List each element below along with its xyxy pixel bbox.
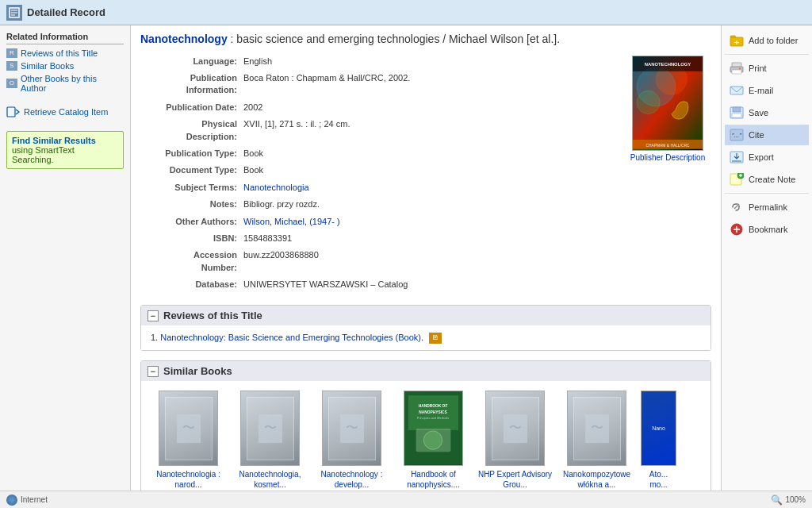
other-books-icon: O — [6, 79, 17, 88]
content-area: Nanotechnology : basic science and emerg… — [131, 25, 721, 491]
find-similar-box[interactable]: Find Similar Results using SmartText Sea… — [6, 131, 124, 169]
other-authors-link[interactable]: Wilson, Michael, (1947- ) — [243, 217, 340, 226]
similar-books-header[interactable]: − Similar Books — [141, 361, 710, 381]
find-similar-subtitle: using SmartText Searching. — [12, 145, 118, 164]
value-other-authors: Wilson, Michael, (1947- ) — [243, 216, 340, 228]
similar-books-title: Similar Books — [163, 365, 232, 377]
left-sidebar: Related Information R Reviews of this Ti… — [0, 25, 131, 491]
sidebar-section-title: Related Information — [6, 32, 124, 44]
value-database: UNIWERSYTET WARSZAWSKI – Catalog — [243, 279, 408, 291]
label-pub-date: Publication Date: — [140, 102, 243, 114]
similar-book-2[interactable]: 〜 Nanotechnologia, kosmet... 🖹 i — [232, 391, 308, 491]
sidebar-link-reviews[interactable]: R Reviews of this Title — [6, 48, 124, 58]
save-label: Save — [749, 108, 768, 117]
svg-text:"...": "..." — [732, 132, 743, 139]
cite-btn[interactable]: "..." Cite — [725, 125, 809, 145]
add-to-folder-btn[interactable]: Add to folder — [725, 30, 809, 51]
right-sidebar: Add to folder Print E-mail — [721, 25, 812, 491]
find-similar-title: Find Similar Results — [12, 136, 118, 145]
similar-book-title-4: Handbook of nanophysics.... — [396, 469, 471, 490]
detail-row-physical: PhysicalDescription: XVII, [1], 271 s. :… — [140, 118, 615, 143]
similar-book-4[interactable]: HANDBOOK OF NANOPHYSICS Principles and M… — [396, 391, 471, 491]
topbar-icon — [6, 5, 22, 21]
svg-text:NANOTECHNOLOGY: NANOTECHNOLOGY — [645, 62, 691, 67]
sidebar-link-other-label: Other Books by this Author — [21, 74, 124, 93]
zoom-level: 100% — [785, 495, 806, 504]
detail-row-subject: Subject Terms: Nanotechnologia — [140, 182, 615, 194]
detail-row-notes: Notes: Bibliogr. przy rozdz. — [140, 198, 615, 210]
save-btn[interactable]: Save — [725, 102, 809, 123]
internet-label: Internet — [21, 495, 48, 504]
svg-point-26 — [739, 68, 741, 70]
similar-book-5[interactable]: 〜 NHP Expert Advisory Grou... 🖹 — [477, 391, 553, 491]
cover-svg: NANOTECHNOLOGY CHAPMAM & HALL/CRC — [633, 56, 703, 150]
folder-icon — [729, 33, 745, 48]
reviews-icon: R — [6, 48, 17, 58]
similar-book-1[interactable]: 〜 Nanotechnologia : narod... 🖹 i — [151, 391, 226, 491]
retrieve-catalog-btn[interactable]: Retrieve Catalog Item — [6, 106, 124, 118]
reviews-header[interactable]: − Reviews of this Title — [141, 306, 710, 325]
email-btn[interactable]: E-mail — [725, 80, 809, 101]
create-note-icon — [729, 172, 745, 187]
status-bar: Internet 🔍 100% — [0, 491, 812, 508]
permalink-icon — [729, 200, 745, 214]
publisher-desc-link[interactable]: Publisher Description — [630, 153, 706, 162]
similar-book-title-1: Nanotechnologia : narod... — [151, 469, 226, 490]
similar-book-cover-2: 〜 — [240, 391, 300, 466]
similar-book-title-2: Nanotechnologia, kosmet... — [232, 469, 308, 490]
bookmark-icon — [729, 222, 745, 237]
similar-books-section: − Similar Books 〜 Nanotechnologia : naro… — [140, 360, 711, 491]
export-btn[interactable]: Export — [725, 147, 809, 167]
value-language: English — [243, 56, 272, 67]
detail-row-language: Language: English — [140, 56, 615, 67]
bookmark-btn[interactable]: Bookmark — [725, 219, 809, 240]
similar-book-6[interactable]: 〜 Nanokompozytowe włókna a... 🖹 — [559, 391, 634, 491]
detail-row-pub-type: Publication Type: Book — [140, 148, 615, 160]
similar-book-cover-4: HANDBOOK OF NANOPHYSICS Principles and M… — [404, 391, 463, 466]
similar-book-3[interactable]: 〜 Nanotechnology : develop... 🖹 i — [314, 391, 389, 491]
label-accession: AccessionNumber: — [140, 249, 243, 274]
sidebar-link-other-books[interactable]: O Other Books by this Author — [6, 74, 124, 93]
value-notes: Bibliogr. przy rozdz. — [243, 198, 320, 210]
subject-link[interactable]: Nanotechnologia — [243, 183, 309, 192]
similar-book-title-3: Nanotechnology : develop... — [314, 469, 389, 490]
create-note-btn[interactable]: Create Note — [725, 169, 809, 190]
book-details-section: Language: English PublicationInformation… — [140, 56, 711, 296]
detail-row-pub-date: Publication Date: 2002 — [140, 102, 615, 114]
similar-book-cover-7: Nano — [641, 391, 676, 466]
similar-icon: S — [6, 61, 17, 71]
cite-icon: "..." — [729, 128, 745, 142]
label-notes: Notes: — [140, 198, 243, 210]
label-subject: Subject Terms: — [140, 182, 243, 194]
svg-rect-29 — [733, 107, 741, 112]
svg-point-19 — [423, 431, 442, 449]
book-cover-area: NANOTECHNOLOGY CHAPMAM & HALL/CRC Publis… — [624, 56, 711, 296]
export-icon — [729, 150, 745, 164]
detail-row-isbn: ISBN: 1584883391 — [140, 233, 615, 244]
similar-book-7[interactable]: Nano Ato... mo... — [641, 391, 676, 491]
bookmark-label: Bookmark — [749, 225, 788, 234]
email-label: E-mail — [749, 86, 773, 95]
svg-rect-4 — [7, 107, 15, 117]
divider-1 — [725, 54, 809, 55]
cite-label: Cite — [749, 130, 764, 140]
print-icon — [729, 61, 745, 75]
value-physical: XVII, [1], 271 s. : il. ; 24 cm. — [243, 118, 350, 130]
save-icon — [729, 106, 745, 120]
similar-expand-icon: − — [147, 366, 159, 377]
similar-books-grid: 〜 Nanotechnologia : narod... 🖹 i — [151, 387, 701, 491]
zoom-icon: 🔍 — [771, 495, 783, 506]
svg-rect-25 — [732, 70, 741, 74]
label-other-authors: Other Authors: — [140, 216, 243, 228]
review-link-1[interactable]: Nanotechnology: Basic Science and Emergi… — [160, 333, 423, 342]
value-subject: Nanotechnologia — [243, 182, 309, 194]
detail-row-doc-type: Document Type: Book — [140, 164, 615, 176]
print-btn[interactable]: Print — [725, 58, 809, 79]
divider-2 — [725, 193, 809, 194]
label-isbn: ISBN: — [140, 233, 243, 244]
svg-text:NANOPHYSICS: NANOPHYSICS — [419, 410, 447, 414]
value-doc-type: Book — [243, 164, 263, 176]
sidebar-link-similar[interactable]: S Similar Books — [6, 61, 124, 71]
permalink-btn[interactable]: Permalink — [725, 197, 809, 217]
detail-row-accession: AccessionNumber: buw.zz2003868880 — [140, 249, 615, 274]
